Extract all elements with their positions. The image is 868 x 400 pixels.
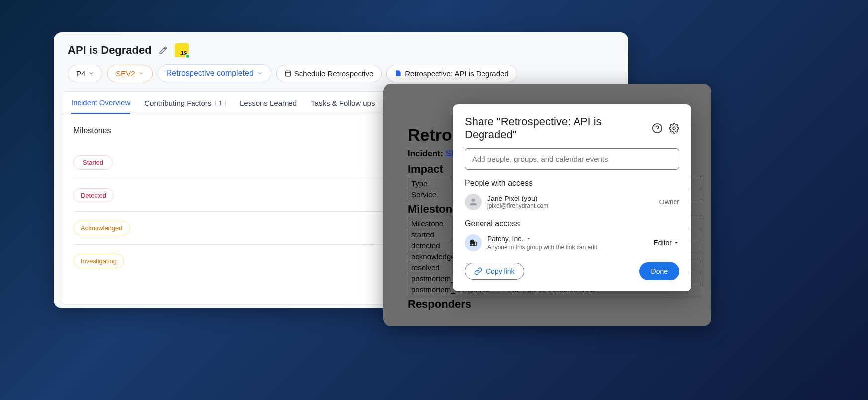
org-description: Anyone in this group with the link can e… [487, 244, 647, 251]
chevron-down-icon [138, 70, 144, 76]
priority-label: P4 [76, 69, 85, 78]
access-user-name: Jane Pixel (you) [487, 195, 653, 202]
share-header: Share "Retrospective: API is Degraded" [465, 115, 679, 141]
retro-doc-pill[interactable]: Retrospective: API is Degraded [386, 65, 517, 82]
caret-down-icon [674, 240, 679, 246]
access-info: Jane Pixel (you) jpixel@firehydrant.com [487, 195, 653, 209]
tab-lessons-learned[interactable]: Lessons Learned [240, 99, 297, 114]
milestone-badge-detected: Detected [73, 188, 114, 202]
milestone-badge-started: Started [73, 155, 113, 170]
chevron-down-icon [88, 70, 94, 76]
avatar [465, 194, 482, 210]
milestone-badge-investigating: Investigating [73, 254, 124, 268]
severity-pill[interactable]: SEV2 [107, 65, 152, 82]
schedule-label: Schedule Retrospective [294, 69, 373, 78]
gear-icon[interactable] [669, 123, 679, 134]
people-with-access-heading: People with access [465, 179, 679, 188]
status-label: Retrospective completed [166, 69, 254, 78]
tab-incident-overview[interactable]: Incident Overview [71, 99, 130, 114]
svg-rect-0 [286, 71, 291, 76]
access-user-email: jpixel@firehydrant.com [487, 202, 653, 209]
copy-link-button[interactable]: Copy link [465, 263, 524, 280]
presence-dot [185, 54, 190, 59]
link-icon [474, 267, 482, 275]
incident-title: API is Degraded [68, 44, 152, 57]
status-pill[interactable]: Retrospective completed [158, 64, 271, 82]
caret-down-icon [526, 236, 531, 241]
general-access-row: Patchy, Inc. Anyone in this group with t… [465, 234, 679, 251]
tab-contributing-factors[interactable]: Contributing Factors 1 [144, 99, 226, 114]
help-icon[interactable] [652, 123, 663, 134]
edit-icon[interactable] [159, 46, 168, 55]
retro-doc-label: Retrospective: API is Degraded [405, 69, 508, 78]
svg-point-6 [673, 127, 675, 130]
chevron-down-icon [257, 70, 263, 76]
access-user-role: Owner [659, 198, 679, 206]
milestone-badge-acknowledged: Acknowledged [73, 221, 130, 235]
severity-label: SEV2 [116, 69, 135, 78]
org-name-dropdown[interactable]: Patchy, Inc. [487, 235, 647, 243]
org-icon [465, 234, 482, 251]
schedule-retro-button[interactable]: Schedule Retrospective [276, 65, 382, 82]
share-footer: Copy link Done [465, 262, 679, 280]
card-header: API is Degraded JS [54, 32, 628, 64]
svg-point-7 [471, 199, 475, 202]
general-access-heading: General access [465, 219, 679, 228]
calendar-icon [285, 70, 291, 77]
tab-tasks-followups[interactable]: Tasks & Follow ups [311, 99, 375, 114]
js-badge: JS [175, 43, 189, 57]
done-button[interactable]: Done [639, 262, 679, 280]
role-dropdown[interactable]: Editor [653, 239, 679, 247]
org-info: Patchy, Inc. Anyone in this group with t… [487, 235, 647, 251]
doc-responders-heading: Responders [408, 298, 686, 311]
share-dialog: Share "Retrospective: API is Degraded" P… [453, 104, 691, 291]
tab-badge: 1 [215, 100, 226, 107]
share-people-input[interactable] [465, 148, 679, 170]
access-row: Jane Pixel (you) jpixel@firehydrant.com … [465, 194, 679, 210]
priority-pill[interactable]: P4 [68, 65, 102, 82]
document-icon [395, 70, 402, 77]
share-title: Share "Retrospective: API is Degraded" [465, 115, 646, 141]
